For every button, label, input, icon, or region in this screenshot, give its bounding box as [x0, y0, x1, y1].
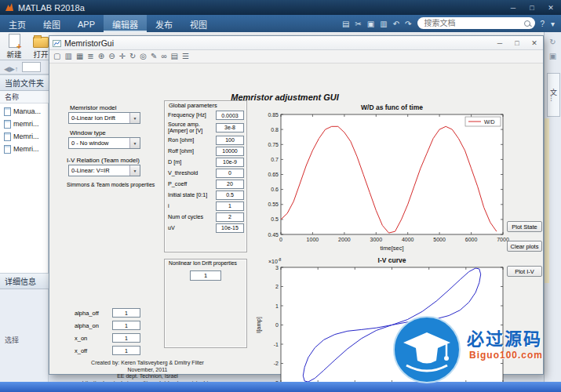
global-parameters-rows: Frequency [Hz]Source amp. [Amper] or [V]…: [165, 111, 246, 234]
search-icon[interactable]: [524, 20, 530, 27]
search-input[interactable]: [422, 17, 521, 29]
ribbon-tab-3[interactable]: 编辑器: [104, 15, 147, 32]
maximize-button[interactable]: □: [526, 4, 537, 12]
address-field[interactable]: [22, 62, 41, 72]
new-script-button[interactable]: + 新建: [3, 34, 25, 60]
ribbon-tab-4[interactable]: 发布: [147, 15, 181, 32]
param-input[interactable]: [216, 223, 244, 233]
file-item[interactable]: Memri...: [0, 143, 48, 155]
simmons-param-input[interactable]: [112, 321, 140, 330]
param-input[interactable]: [216, 111, 244, 120]
svg-text:0: 0: [275, 322, 279, 328]
global-parameters-panel: Global parameters Frequency [Hz]Source a…: [164, 100, 247, 252]
svg-text:time[sec]: time[sec]: [380, 245, 403, 252]
brush-icon[interactable]: ✎: [151, 53, 157, 60]
window-type-label: Window type: [70, 129, 106, 136]
ribbon-tab-0[interactable]: 主页: [0, 15, 35, 32]
param-input[interactable]: [216, 158, 244, 167]
ribbon-right-icons: ?▾: [540, 15, 561, 32]
svg-text:3000: 3000: [370, 237, 383, 242]
details-header[interactable]: 详细信息: [0, 273, 49, 289]
figure-window-controls: ─□✕: [494, 39, 540, 47]
ribbon-tab-2[interactable]: APP: [69, 15, 104, 32]
svg-text:0.6: 0.6: [271, 187, 279, 192]
up-folder-icon[interactable]: ↑: [15, 65, 19, 73]
minimize-button[interactable]: ─: [494, 39, 505, 47]
cut-icon[interactable]: ✂: [355, 20, 361, 28]
param-input[interactable]: [216, 180, 244, 189]
window-type-select[interactable]: 0 - No window ▼: [68, 137, 140, 149]
simmons-param-input[interactable]: [112, 346, 140, 355]
open-file-icon[interactable]: ▥: [64, 53, 71, 60]
name-column-header[interactable]: 名称: [0, 91, 49, 103]
minimize-button[interactable]: ─: [508, 4, 519, 12]
redo-icon[interactable]: ↷: [405, 20, 411, 28]
pan-icon[interactable]: ✛: [119, 53, 126, 60]
file-item[interactable]: Memri...: [0, 130, 48, 143]
data-cursor-icon[interactable]: ◎: [140, 53, 147, 60]
svg-text:0.5: 0.5: [271, 216, 279, 222]
param-input[interactable]: [216, 169, 244, 178]
current-folder-header[interactable]: 当前文件夹: [0, 74, 49, 91]
figure-title-bar[interactable]: MemristorGui ─□✕: [49, 36, 543, 50]
figure-icon: [53, 36, 61, 50]
param-input[interactable]: [216, 136, 244, 145]
help-icon[interactable]: ?: [540, 20, 545, 28]
link-plot-icon[interactable]: ∞: [161, 53, 166, 60]
paste-icon[interactable]: ▥: [380, 20, 387, 28]
colorbar-icon[interactable]: ▤: [171, 53, 178, 60]
chevron-down-icon: ▼: [129, 165, 140, 176]
clear-plots-button[interactable]: Clear plots: [507, 241, 542, 252]
simmons-param-input[interactable]: [112, 333, 140, 343]
plot-state-button[interactable]: Plot State: [507, 221, 542, 232]
param-row: P_coeff: [168, 180, 244, 189]
close-button[interactable]: ✕: [545, 4, 556, 12]
file-icon: [4, 132, 11, 141]
watermark-text-cn: 必过源码: [467, 325, 542, 350]
simmons-param-input[interactable]: [112, 308, 140, 318]
memristor-model-select[interactable]: 0-Linear Ion Drift ▼: [68, 112, 140, 124]
svg-text:0.7: 0.7: [271, 157, 279, 162]
param-input[interactable]: [216, 212, 244, 222]
file-item[interactable]: Manua...: [0, 105, 48, 118]
param-label: Frequency [Hz]: [168, 112, 214, 118]
param-row: V_threshold: [168, 169, 244, 178]
memristor-model-label: Memristor model: [70, 104, 117, 111]
ribbon-tab-1[interactable]: 绘图: [35, 15, 69, 32]
refresh-icon[interactable]: ↻: [549, 38, 556, 46]
rotate-3d-icon[interactable]: ↻: [129, 53, 136, 60]
zoom-out-icon[interactable]: ⊖: [108, 53, 115, 60]
param-input[interactable]: [216, 201, 244, 211]
param-input[interactable]: [216, 123, 244, 132]
close-button[interactable]: ✕: [529, 39, 540, 47]
svg-text:0.65: 0.65: [268, 172, 279, 177]
maximize-button[interactable]: □: [512, 39, 523, 47]
legend-icon[interactable]: ☰: [182, 53, 189, 60]
param-input[interactable]: [216, 147, 244, 156]
ribbon-tab-5[interactable]: 视图: [181, 15, 216, 32]
param-input[interactable]: [216, 191, 244, 200]
right-sidebar-icons: ↻▣: [545, 32, 561, 60]
file-item[interactable]: memri...: [0, 118, 48, 130]
copy-icon[interactable]: ▣: [367, 20, 374, 28]
chevron-down-icon: ▼: [129, 138, 140, 148]
save-icon[interactable]: ▤: [342, 20, 349, 28]
forward-icon[interactable]: ▶: [9, 65, 15, 73]
plot-iv-button[interactable]: Plot I-V: [507, 266, 542, 277]
nonlinear-panel-title: Nonlinear Ion Drift properties: [167, 260, 239, 266]
nonlinear-input[interactable]: [190, 270, 221, 281]
svg-text:0.85: 0.85: [268, 112, 279, 118]
zoom-in-icon[interactable]: ⊕: [98, 53, 104, 60]
right-panel-tab[interactable]: 文...: [547, 73, 560, 117]
undo-icon[interactable]: ↶: [393, 20, 399, 28]
search-box[interactable]: [417, 17, 535, 29]
user-icon[interactable]: ▾: [551, 20, 555, 28]
svg-text:0.45: 0.45: [268, 232, 279, 238]
file-name-label: Memri...: [13, 145, 39, 153]
new-figure-icon[interactable]: ▢: [53, 53, 60, 60]
save-figure-icon[interactable]: ▦: [76, 53, 83, 60]
dock-icon[interactable]: ▣: [549, 52, 556, 60]
print-icon[interactable]: ≣: [87, 53, 93, 60]
iv-relation-select[interactable]: 0-Linear: V=IR ▼: [68, 165, 140, 176]
back-icon[interactable]: ◀: [4, 65, 9, 73]
